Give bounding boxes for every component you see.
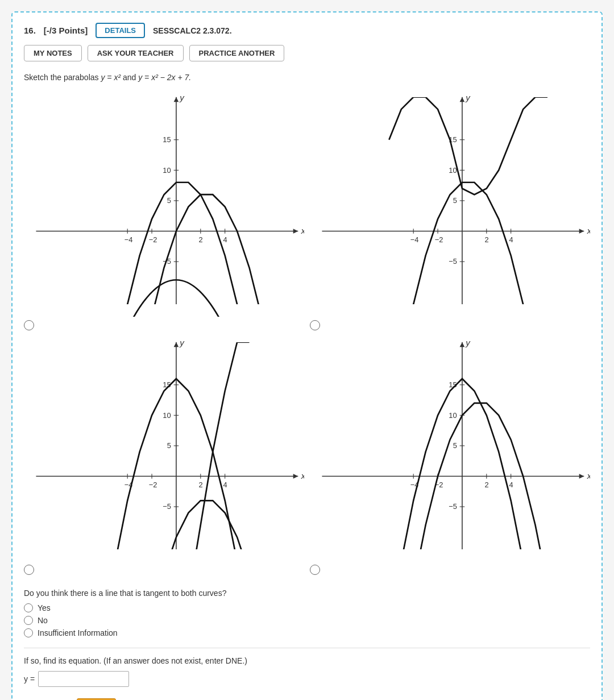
svg-marker-26 xyxy=(579,229,584,234)
session-code: SESSCALC2 2.3.072. xyxy=(153,26,232,35)
graph-wrapper-a: x y −4 −2 2 4 −5 xyxy=(24,91,304,317)
svg-text:10: 10 xyxy=(449,166,457,175)
svg-marker-73 xyxy=(460,342,465,347)
svg-text:10: 10 xyxy=(163,166,171,175)
svg-text:15: 15 xyxy=(163,135,171,144)
graph-wrapper-c: x y −4 −2 2 4 −5 5 xyxy=(24,336,304,562)
question-points: [-/3 Points] xyxy=(44,26,88,35)
svg-marker-27 xyxy=(460,97,465,102)
equation-input[interactable] xyxy=(38,671,129,687)
my-notes-button[interactable]: MY NOTES xyxy=(24,45,82,61)
equation-2: y = x² − 2x + 7. xyxy=(138,73,191,82)
graph-wrapper-d: x y −4 −2 2 4 −5 5 xyxy=(310,336,590,562)
graph-a: x y −4 −2 2 4 −5 xyxy=(24,91,304,317)
svg-text:−2: −2 xyxy=(149,235,157,244)
svg-text:10: 10 xyxy=(449,411,457,419)
tangent-section: Do you think there is a line that is tan… xyxy=(24,589,590,637)
svg-text:5: 5 xyxy=(167,196,171,205)
y-label: y = xyxy=(24,674,35,684)
svg-text:x: x xyxy=(587,470,590,480)
svg-text:−2: −2 xyxy=(435,235,443,244)
equation-label: If so, find its equation. (If an answer … xyxy=(24,656,590,665)
graph-c: x y −4 −2 2 4 −5 5 xyxy=(24,336,304,562)
svg-text:2: 2 xyxy=(199,235,203,244)
graphs-grid: x y −4 −2 2 4 −5 xyxy=(24,91,590,575)
equation-1: y = x² xyxy=(101,73,121,82)
graph-cell-d: x y −4 −2 2 4 −5 5 xyxy=(310,336,590,575)
svg-text:y: y xyxy=(179,338,185,347)
divider xyxy=(24,648,590,648)
graph-radio-a[interactable] xyxy=(24,320,34,330)
graph-radio-d[interactable] xyxy=(310,565,320,575)
svg-text:−5: −5 xyxy=(449,257,457,266)
svg-text:y: y xyxy=(465,338,471,347)
svg-marker-50 xyxy=(174,342,179,347)
svg-text:2: 2 xyxy=(485,480,489,488)
option-insufficient-label: Insufficient Information xyxy=(38,628,118,637)
svg-text:10: 10 xyxy=(163,411,171,419)
svg-text:−4: −4 xyxy=(410,235,419,244)
radio-insufficient[interactable] xyxy=(24,628,33,637)
svg-text:−2: −2 xyxy=(149,480,157,488)
svg-text:−4: −4 xyxy=(125,235,133,244)
svg-text:y: y xyxy=(179,93,185,102)
svg-text:5: 5 xyxy=(453,441,457,450)
action-buttons: MY NOTES ASK YOUR TEACHER PRACTICE ANOTH… xyxy=(24,45,590,61)
svg-text:−5: −5 xyxy=(449,502,457,511)
svg-text:4: 4 xyxy=(509,480,513,488)
graph-cell-a: x y −4 −2 2 4 −5 xyxy=(24,91,304,330)
svg-marker-2 xyxy=(293,229,298,234)
svg-text:2: 2 xyxy=(199,480,203,488)
option-yes[interactable]: Yes xyxy=(24,603,590,612)
svg-text:y: y xyxy=(465,93,471,102)
details-button[interactable]: DETAILS xyxy=(96,23,145,38)
practice-another-button[interactable]: PRACTICE ANOTHER xyxy=(189,45,285,61)
svg-text:5: 5 xyxy=(453,196,457,205)
graph-cell-c: x y −4 −2 2 4 −5 5 xyxy=(24,336,304,575)
equation-section: If so, find its equation. (If an answer … xyxy=(24,656,590,687)
svg-text:5: 5 xyxy=(167,441,171,450)
option-yes-label: Yes xyxy=(38,603,51,612)
graph-b: x y −4 −2 2 4 −5 5 xyxy=(310,91,590,317)
question-number: 16. xyxy=(24,26,36,35)
graph-cell-b: x y −4 −2 2 4 −5 5 xyxy=(310,91,590,330)
svg-text:4: 4 xyxy=(223,480,227,488)
graph-radio-c[interactable] xyxy=(24,565,34,575)
radio-yes[interactable] xyxy=(24,603,33,612)
svg-marker-49 xyxy=(293,474,298,479)
svg-text:2: 2 xyxy=(485,235,489,244)
graph-wrapper-b: x y −4 −2 2 4 −5 5 xyxy=(310,91,590,317)
option-no-label: No xyxy=(38,616,48,625)
graph-d: x y −4 −2 2 4 −5 5 xyxy=(310,336,590,562)
problem-text: Sketch the parabolas y = x² and y = x² −… xyxy=(24,73,590,82)
svg-text:x: x xyxy=(587,226,590,235)
svg-text:4: 4 xyxy=(223,235,227,244)
svg-text:4: 4 xyxy=(509,235,513,244)
svg-text:−5: −5 xyxy=(163,502,171,511)
tangent-question: Do you think there is a line that is tan… xyxy=(24,589,590,598)
svg-marker-3 xyxy=(174,97,179,102)
ask-teacher-button[interactable]: ASK YOUR TEACHER xyxy=(88,45,184,61)
top-bar: 16. [-/3 Points] DETAILS SESSCALC2 2.3.0… xyxy=(24,23,590,38)
svg-text:x: x xyxy=(301,470,304,480)
option-no[interactable]: No xyxy=(24,616,590,625)
option-insufficient[interactable]: Insufficient Information xyxy=(24,628,590,637)
equation-row: y = xyxy=(24,671,590,687)
svg-text:x: x xyxy=(301,226,304,235)
graph-radio-b[interactable] xyxy=(310,320,320,330)
content-area: Sketch the parabolas y = x² and y = x² −… xyxy=(24,71,590,700)
radio-no[interactable] xyxy=(24,616,33,625)
question-container: 16. [-/3 Points] DETAILS SESSCALC2 2.3.0… xyxy=(11,11,603,700)
svg-marker-72 xyxy=(579,474,584,479)
problem-intro: Sketch the parabolas xyxy=(24,73,99,82)
